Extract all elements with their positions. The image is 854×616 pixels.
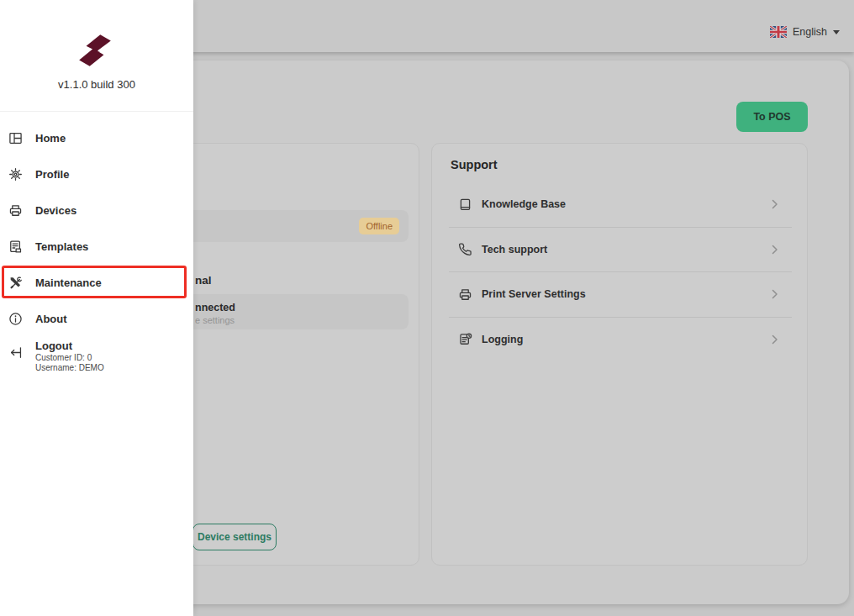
support-list: Knowledge Base Tech support (449, 182, 792, 361)
support-item-tech-support[interactable]: Tech support (449, 227, 792, 272)
support-card-title: Support (451, 158, 498, 171)
home-icon (8, 131, 23, 145)
phone-icon (458, 242, 472, 256)
connection-title-partial: nnected (195, 302, 235, 313)
sidebar-item-label: Home (35, 132, 66, 145)
sidebar-item-logout[interactable]: Logout Customer ID: 0 Username: DEMO (0, 336, 193, 376)
sidebar: v1.1.0 build 300 Home Profile (0, 0, 193, 616)
sidebar-item-devices[interactable]: Devices (0, 192, 193, 229)
support-item-label: Logging (482, 334, 523, 345)
app-version: v1.1.0 build 300 (0, 78, 193, 91)
language-label: English (793, 26, 827, 38)
support-item-knowledge-base[interactable]: Knowledge Base (449, 182, 792, 227)
sidebar-item-label: Maintenance (35, 276, 102, 289)
language-selector[interactable]: English (770, 24, 840, 40)
sidebar-item-label: About (35, 313, 67, 325)
book-icon (458, 197, 472, 212)
info-icon (8, 312, 23, 326)
device-settings-label: Device settings (198, 531, 271, 543)
sidebar-item-label: Templates (35, 240, 88, 253)
chevron-right-icon (772, 334, 778, 345)
printer-icon (8, 203, 23, 218)
brand-logo (76, 29, 114, 73)
support-item-label: Tech support (482, 244, 547, 255)
chevron-right-icon (772, 289, 778, 299)
support-item-label: Knowledge Base (482, 198, 566, 210)
sidebar-item-maintenance[interactable]: Maintenance (0, 265, 193, 301)
logout-customer-id: Customer ID: 0 (35, 353, 104, 363)
sidebar-item-profile[interactable]: Profile (0, 156, 193, 192)
chevron-down-icon (833, 30, 840, 34)
uk-flag-icon (770, 26, 787, 38)
support-item-logging[interactable]: Logging (449, 317, 792, 362)
connection-subtitle-partial: e settings (195, 315, 235, 325)
sidebar-item-home[interactable]: Home (0, 120, 193, 156)
terminal-heading-partial: nal (195, 274, 212, 287)
status-badge: Offline (359, 218, 399, 234)
sidebar-divider (0, 111, 193, 112)
sidebar-item-about[interactable]: About (0, 301, 193, 337)
gear-icon (8, 167, 23, 182)
log-file-icon (458, 332, 472, 346)
logout-label: Logout (35, 340, 104, 353)
chevron-right-icon (772, 199, 778, 209)
logout-icon (8, 345, 23, 360)
to-pos-button[interactable]: To POS (736, 102, 808, 132)
sidebar-item-label: Profile (35, 168, 69, 181)
chevron-right-icon (772, 245, 778, 255)
printer-icon (458, 287, 472, 302)
support-card: Support Knowledge Base (431, 143, 808, 566)
template-icon (8, 240, 23, 254)
sidebar-item-label: Devices (35, 204, 76, 217)
sidebar-item-templates[interactable]: Templates (0, 229, 193, 265)
tools-icon (8, 276, 23, 290)
to-pos-label: To POS (753, 111, 790, 123)
device-settings-button[interactable]: Device settings (192, 524, 277, 550)
support-item-label: Print Server Settings (482, 288, 586, 300)
support-item-print-server-settings[interactable]: Print Server Settings (449, 271, 792, 317)
app-screen: English To POS Offline nal nnected e set… (0, 0, 854, 616)
logout-username: Username: DEMO (35, 363, 104, 373)
